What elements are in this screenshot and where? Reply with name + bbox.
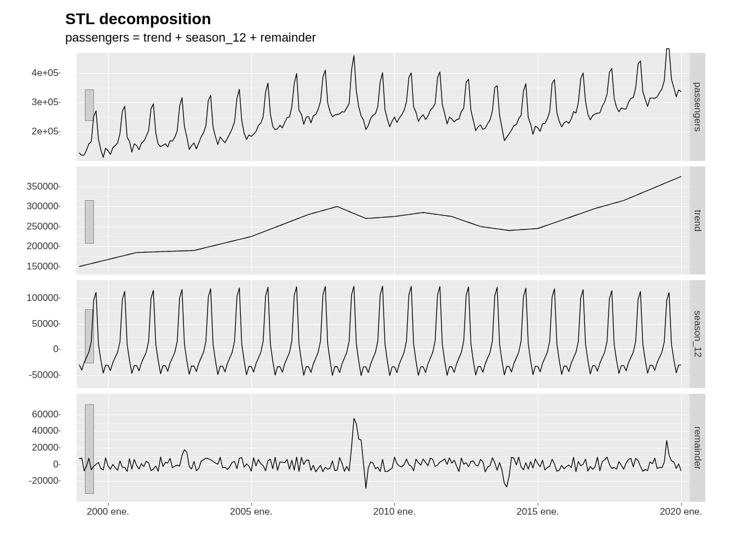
y-tick-label: 3e+05 (32, 97, 58, 108)
x-tick-label: 2010 ene. (374, 506, 416, 518)
strip-label: season_12 (690, 280, 705, 388)
page-title: STL decomposition (65, 10, 705, 28)
y-tick-label: 40000 (32, 425, 58, 436)
series-line (76, 280, 690, 388)
panel-passengers: passengers2e+053e+054e+05 (61, 53, 705, 161)
series-line (76, 166, 690, 274)
panel-season_12: season_12-50000050000100000 (61, 280, 705, 388)
x-tick-label: 2020 ene. (660, 506, 703, 518)
panel-trend: trend150000200000250000300000350000 (61, 166, 705, 274)
y-tick-label: -50000 (29, 370, 58, 381)
y-tick-label: 150000 (26, 261, 58, 272)
y-tick-label: 200000 (26, 241, 58, 252)
series-line (76, 53, 690, 161)
strip-label: passengers (690, 53, 705, 161)
strip-label: remainder (690, 394, 705, 502)
y-tick-label: 300000 (26, 201, 58, 212)
y-tick-label: 50000 (32, 318, 58, 330)
plot-area (76, 53, 690, 161)
plot-area (76, 166, 690, 274)
y-tick-label: 100000 (26, 292, 58, 304)
page-subtitle: passengers = trend + season_12 + remaind… (65, 30, 705, 45)
plot-area (76, 394, 690, 502)
x-tick-label: 2000 ene. (87, 506, 129, 518)
y-tick-label: 60000 (32, 409, 58, 420)
y-tick-label: 20000 (32, 442, 58, 453)
strip-label: trend (690, 166, 705, 274)
series-line (76, 394, 690, 502)
y-tick-label: 350000 (26, 181, 58, 192)
x-axis: 2000 ene.2005 ene.2010 ene.2015 ene.2020… (61, 503, 705, 531)
y-tick-label: 2e+05 (32, 126, 58, 137)
y-tick-label: 250000 (26, 221, 58, 232)
plot-area (76, 280, 690, 388)
panel-remainder: remainder-200000200004000060000 (61, 394, 705, 502)
x-tick-label: 2015 ene. (516, 506, 559, 518)
y-tick-label: 0 (53, 344, 58, 355)
y-tick-label: 4e+05 (32, 68, 58, 79)
x-tick-label: 2005 ene. (230, 506, 273, 518)
y-tick-label: 0 (53, 459, 58, 470)
y-tick-label: -20000 (29, 475, 58, 487)
